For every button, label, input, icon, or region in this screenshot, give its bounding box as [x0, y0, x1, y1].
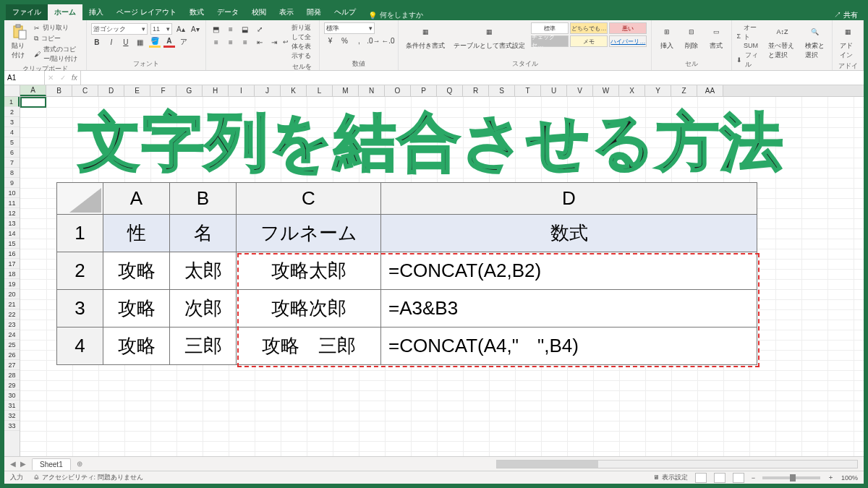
view-normal-button[interactable] [695, 473, 707, 483]
row-header-9[interactable]: 9 [4, 178, 20, 188]
row-header-21[interactable]: 21 [4, 299, 20, 309]
tab-dev[interactable]: 開発 [300, 4, 328, 20]
align-left-button[interactable]: ≡ [210, 36, 222, 48]
find-select-button[interactable]: 🔍検索と選択 [802, 22, 827, 61]
font-name-select[interactable]: 游ゴシック▾ [91, 23, 148, 35]
formula-input[interactable] [81, 71, 864, 85]
cancel-icon[interactable]: ✕ [48, 74, 54, 82]
row-header-30[interactable]: 30 [4, 390, 20, 401]
row-header-29[interactable]: 29 [4, 380, 20, 390]
currency-button[interactable]: ¥ [324, 35, 336, 46]
row-header-6[interactable]: 6 [4, 147, 20, 158]
enter-icon[interactable]: ✓ [60, 74, 66, 82]
conditional-formatting-button[interactable]: ▦ 条件付き書式 [403, 22, 448, 52]
align-center-button[interactable]: ≡ [225, 36, 237, 48]
col-header-N[interactable]: N [359, 85, 385, 96]
orientation-button[interactable]: ⤢ [254, 23, 265, 35]
cut-button[interactable]: ✂切り取り [34, 22, 82, 33]
row-header-5[interactable]: 5 [4, 137, 20, 147]
row-header-22[interactable]: 22 [4, 309, 20, 320]
addin-button[interactable]: ▦アドイン [837, 22, 859, 61]
delete-cells-button[interactable]: ⊟削除 [681, 22, 702, 52]
col-header-L[interactable]: L [307, 85, 333, 96]
row-header-13[interactable]: 13 [4, 218, 20, 228]
style-bad[interactable]: 悪い [609, 22, 647, 34]
decrease-font-button[interactable]: A▾ [190, 23, 201, 35]
format-cells-button[interactable]: ▭書式 [705, 22, 727, 52]
format-as-table-button[interactable]: ▦ テーブルとして書式設定 [451, 22, 528, 52]
copy-button[interactable]: ⧉コピー [34, 33, 82, 44]
insert-cells-button[interactable]: ⊞挿入 [656, 22, 678, 52]
tab-home[interactable]: ホーム [48, 4, 82, 20]
row-header-31[interactable]: 31 [4, 401, 20, 411]
style-note[interactable]: メモ [570, 35, 608, 47]
cell-styles-gallery[interactable]: 標準 どちらでも… 悪い チェック セ… メモ ハイパーリ… [531, 22, 647, 47]
wrap-text-button[interactable]: ↩折り返して全体を表示する [283, 22, 315, 61]
row-header-12[interactable]: 12 [4, 208, 20, 218]
row-header-17[interactable]: 17 [4, 259, 20, 269]
col-header-W[interactable]: W [593, 85, 619, 96]
tab-help[interactable]: ヘルプ [328, 4, 362, 20]
italic-button[interactable]: I [106, 36, 117, 48]
number-format-select[interactable]: 標準▾ [324, 22, 375, 34]
align-middle-button[interactable]: ≡ [225, 23, 237, 35]
indent-dec-button[interactable]: ⇤ [254, 36, 265, 48]
inc-decimal-button[interactable]: .0→ [367, 35, 379, 46]
font-color-button[interactable]: A [163, 36, 175, 48]
col-header-I[interactable]: I [229, 85, 255, 96]
align-top-button[interactable]: ⬒ [210, 23, 222, 35]
view-pagelayout-button[interactable] [714, 473, 726, 483]
row-header-26[interactable]: 26 [4, 350, 20, 360]
zoom-out-button[interactable]: − [752, 474, 755, 481]
row-header-18[interactable]: 18 [4, 269, 20, 279]
style-normal[interactable]: 標準 [531, 22, 569, 34]
col-header-J[interactable]: J [255, 85, 281, 96]
font-size-select[interactable]: 11▾ [150, 23, 172, 35]
format-painter-button[interactable]: 🖌書式のコピー/貼り付け [34, 44, 82, 64]
row-header-8[interactable]: 8 [4, 168, 20, 178]
column-headers[interactable]: ABCDEFGHIJKLMNOPQRSTUVWXYZAA [20, 85, 864, 97]
col-header-V[interactable]: V [567, 85, 593, 96]
style-neutral[interactable]: どちらでも… [570, 22, 608, 34]
col-header-S[interactable]: S [489, 85, 515, 96]
tab-pagelayout[interactable]: ページ レイアウト [110, 4, 183, 20]
tell-me[interactable]: 💡 何をしますか [362, 10, 429, 20]
sheet-nav-next[interactable]: ▶ [20, 460, 26, 468]
style-hyperlink[interactable]: ハイパーリ… [609, 35, 647, 47]
tab-review[interactable]: 校閲 [245, 4, 273, 20]
row-header-19[interactable]: 19 [4, 279, 20, 289]
tab-formulas[interactable]: 数式 [183, 4, 210, 20]
col-header-B[interactable]: B [46, 85, 72, 96]
row-header-14[interactable]: 14 [4, 228, 20, 239]
row-header-10[interactable]: 10 [4, 188, 20, 198]
row-header-16[interactable]: 16 [4, 249, 20, 259]
align-right-button[interactable]: ≡ [239, 36, 251, 48]
col-header-M[interactable]: M [333, 85, 359, 96]
fill-color-button[interactable]: 🪣 [149, 36, 161, 48]
col-header-D[interactable]: D [98, 85, 124, 96]
share-button[interactable]: ↗ 共有 [834, 10, 858, 20]
paste-button[interactable]: 貼り付け [9, 22, 31, 61]
row-header-11[interactable]: 11 [4, 198, 20, 208]
increase-font-button[interactable]: A▴ [175, 23, 187, 35]
row-header-23[interactable]: 23 [4, 320, 20, 330]
align-bottom-button[interactable]: ⬓ [239, 23, 251, 35]
col-header-AA[interactable]: AA [697, 85, 723, 96]
tab-view[interactable]: 表示 [273, 4, 300, 20]
row-header-24[interactable]: 24 [4, 330, 20, 340]
new-sheet-button[interactable]: ⊕ [77, 460, 82, 468]
bold-button[interactable]: B [91, 36, 103, 48]
col-header-Z[interactable]: Z [671, 85, 697, 96]
row-header-1[interactable]: 1 [4, 97, 20, 107]
select-all-corner[interactable] [4, 85, 20, 97]
col-header-R[interactable]: R [463, 85, 489, 96]
fill-button[interactable]: ⬇フィル [736, 50, 762, 70]
col-header-U[interactable]: U [541, 85, 567, 96]
row-header-4[interactable]: 4 [4, 127, 20, 137]
row-header-27[interactable]: 27 [4, 360, 20, 370]
col-header-G[interactable]: G [176, 85, 203, 96]
tab-file[interactable]: ファイル [6, 4, 48, 20]
row-header-15[interactable]: 15 [4, 239, 20, 249]
comma-button[interactable]: , [353, 35, 365, 46]
name-box[interactable]: A1 [4, 71, 45, 85]
